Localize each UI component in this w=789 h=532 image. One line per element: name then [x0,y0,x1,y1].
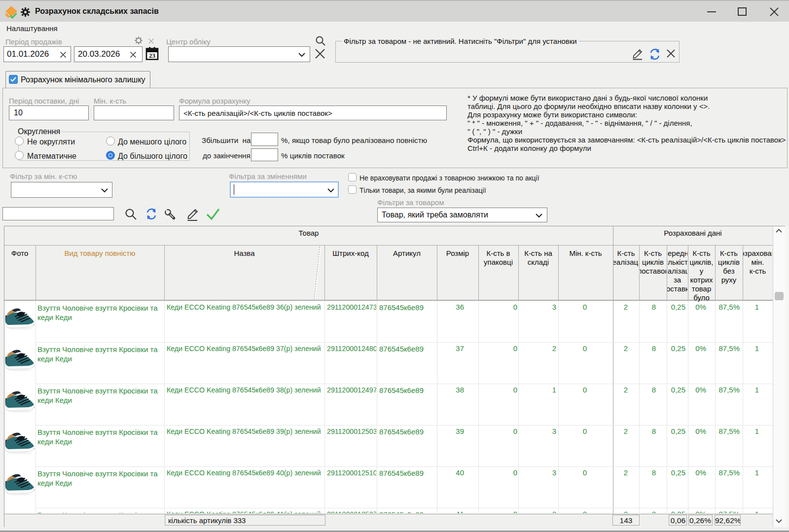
svg-text:23: 23 [149,52,156,59]
